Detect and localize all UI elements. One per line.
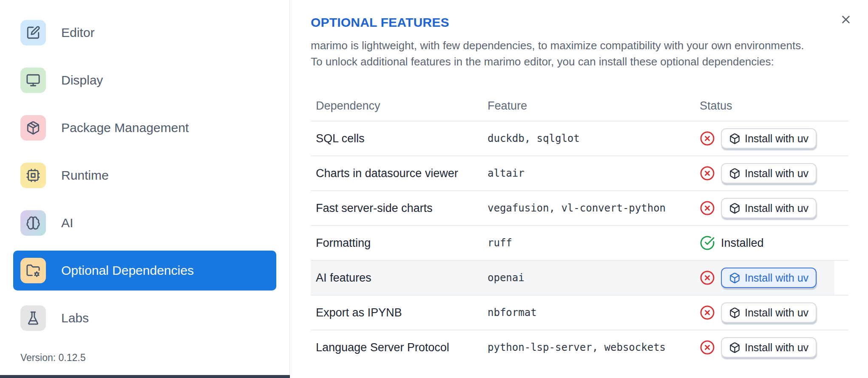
dependency-table: Dependency Feature Status SQL cellsduckd… [311,91,848,364]
folder-cog-icon [20,258,46,283]
sidebar-item-labs[interactable]: Labs [13,298,276,338]
circle-x-icon [700,131,715,146]
install-button-label: Install with uv [745,272,808,284]
status-cell: Install with uv [695,128,848,149]
sidebar-item-display[interactable]: Display [13,60,276,100]
circle-x-icon [700,340,715,355]
table-header: Dependency Feature Status [311,91,848,121]
box-icon [729,133,740,144]
install-with-uv-button[interactable]: Install with uv [721,163,817,183]
sidebar-item-editor[interactable]: Editor [13,13,276,53]
status-cell: Install with uv [695,198,848,218]
background-app-strip [0,375,290,378]
circle-x-icon [700,340,715,355]
cpu-icon [20,163,46,188]
sidebar-nav: EditorDisplayPackage ManagementRuntimeAI… [0,13,289,338]
sidebar-item-label: AI [61,216,73,230]
feature-cell: vegafusion, vl-convert-python [482,202,695,214]
table-row: FormattingruffInstalled [311,225,848,260]
sidebar-item-label: Optional Dependencies [61,263,194,278]
dependency-cell: Export as IPYNB [311,306,482,319]
dependency-cell: Fast server-side charts [311,202,482,215]
close-icon[interactable] [837,10,855,29]
status-cell: Install with uv [695,337,848,358]
install-with-uv-button[interactable]: Install with uv [721,128,817,149]
status-cell: Installed [695,235,848,251]
feature-cell: python-lsp-server, websockets [482,341,695,353]
column-header-dependency: Dependency [311,99,482,113]
status-cell: Install with uv [695,302,848,323]
optional-features-panel: OPTIONAL FEATURES marimo is lightweight,… [290,0,868,378]
flask-icon [26,311,40,325]
feature-cell: altair [482,167,695,179]
install-with-uv-button[interactable]: Install with uv [721,268,817,288]
dependency-cell: SQL cells [311,132,482,145]
install-button-label: Install with uv [745,307,808,319]
folder-cog-icon [26,263,40,278]
square-pen-icon [20,20,46,45]
circle-x-icon [700,270,715,285]
status-cell: Install with uv [695,163,848,183]
box-icon [729,307,740,319]
dependency-cell: Formatting [311,237,482,250]
monitor-icon [20,68,46,93]
circle-check-icon [700,235,715,251]
circle-x-icon [700,166,715,181]
sidebar-item-package-management[interactable]: Package Management [13,108,276,148]
settings-sidebar: EditorDisplayPackage ManagementRuntimeAI… [0,0,290,378]
circle-x-icon [700,200,715,216]
monitor-icon [26,73,40,87]
dependency-cell: Charts in datasource viewer [311,167,482,180]
circle-x-icon [700,305,715,320]
sidebar-item-optional-dependencies[interactable]: Optional Dependencies [13,251,276,291]
circle-x-icon [700,305,715,320]
sidebar-item-label: Labs [61,311,89,325]
square-pen-icon [26,25,40,40]
page-title: OPTIONAL FEATURES [311,15,868,30]
cpu-icon [26,168,40,183]
box-icon [729,342,740,353]
sidebar-item-label: Package Management [61,121,189,135]
sidebar-item-ai[interactable]: AI [13,203,276,243]
feature-cell: ruff [482,237,695,249]
description-line: To unlock additional features in the mar… [311,54,859,70]
install-with-uv-button[interactable]: Install with uv [721,302,817,323]
sidebar-item-runtime[interactable]: Runtime [13,155,276,195]
sidebar-item-label: Editor [61,25,94,40]
brain-icon [26,216,40,230]
circle-x-icon [700,200,715,216]
circle-check-icon [700,235,715,251]
feature-cell: duckdb, sqlglot [482,133,695,144]
box-icon [729,203,740,214]
table-row: SQL cellsduckdb, sqlglotInstall with uv [311,121,848,155]
table-row: Charts in datasource vieweraltairInstall… [311,155,848,190]
flask-icon [20,305,46,331]
install-with-uv-button[interactable]: Install with uv [721,337,817,358]
table-row: AI featuresopenaiInstall with uv [311,260,848,295]
feature-cell: openai [482,272,695,284]
install-button-label: Install with uv [745,341,808,354]
sidebar-item-label: Display [61,73,103,87]
package-icon [20,115,46,141]
install-button-label: Install with uv [745,202,808,214]
circle-x-icon [700,166,715,181]
circle-x-icon [700,270,715,285]
table-row: Fast server-side chartsvegafusion, vl-co… [311,190,848,225]
table-row: Export as IPYNBnbformatInstall with uv [311,295,848,330]
box-icon [729,272,740,284]
install-with-uv-button[interactable]: Install with uv [721,198,817,218]
version-label: Version: 0.12.5 [20,352,85,364]
circle-x-icon [700,131,715,146]
dependency-cell: Language Server Protocol [311,341,482,354]
dependency-cell: AI features [311,271,482,285]
table-row: Language Server Protocolpython-lsp-serve… [311,330,848,364]
feature-cell: nbformat [482,307,695,319]
package-icon [26,121,40,135]
install-button-label: Install with uv [745,167,808,180]
settings-dialog: EditorDisplayPackage ManagementRuntimeAI… [0,0,868,378]
installed-label: Installed [721,237,764,250]
install-button-label: Install with uv [745,133,808,145]
sidebar-item-label: Runtime [61,168,109,183]
brain-icon [20,210,46,236]
table-body: SQL cellsduckdb, sqlglotInstall with uvC… [311,121,848,364]
